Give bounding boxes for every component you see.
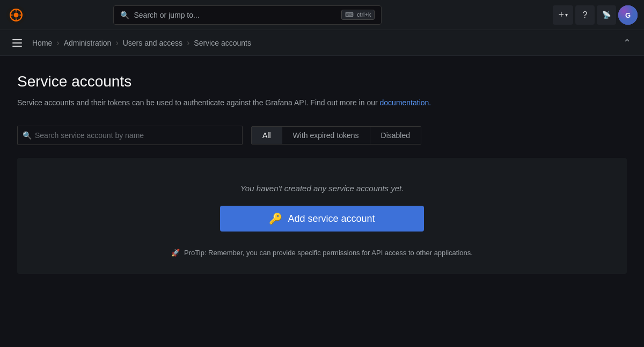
help-button[interactable]: ?: [575, 5, 595, 25]
question-icon: ?: [583, 10, 588, 20]
documentation-link[interactable]: documentation.: [380, 98, 431, 107]
grafana-logo[interactable]: [6, 5, 26, 25]
search-bar[interactable]: 🔍 Search or jump to... ⌨ ctrl+k: [113, 5, 382, 25]
svg-point-2: [14, 12, 19, 17]
plus-icon: +: [558, 9, 564, 20]
user-avatar[interactable]: G: [618, 5, 638, 25]
rocket-icon: 🚀: [171, 249, 180, 257]
breadcrumb-home[interactable]: Home: [32, 39, 52, 47]
news-feed-button[interactable]: 📡: [597, 5, 616, 25]
breadcrumb-bar: Home › Administration › Users and access…: [0, 30, 644, 56]
breadcrumb: Home › Administration › Users and access…: [32, 38, 618, 48]
empty-state-message: You haven't created any service accounts…: [240, 184, 404, 193]
protip-text: 🚀 ProTip: Remember, you can provide spec…: [171, 249, 473, 257]
key-icon: 🔑: [269, 212, 282, 225]
top-navigation: 🔍 Search or jump to... ⌨ ctrl+k + ▾ ? 📡: [0, 0, 644, 30]
breadcrumb-separator: ›: [56, 38, 59, 48]
filters-row: 🔍 All With expired tokens Disabled: [17, 126, 627, 145]
breadcrumb-users-and-access[interactable]: Users and access: [123, 39, 182, 47]
filter-tab-all[interactable]: All: [252, 127, 282, 144]
page-title: Service accounts: [17, 73, 627, 90]
search-placeholder-text: Search or jump to...: [134, 11, 336, 19]
filter-tabs: All With expired tokens Disabled: [251, 126, 421, 144]
keyboard-icon: ⌨: [345, 11, 354, 18]
page-description: Service accounts and their tokens can be…: [17, 97, 500, 109]
breadcrumb-administration[interactable]: Administration: [64, 39, 112, 47]
main-content: Service accounts Service accounts and th…: [0, 56, 644, 287]
search-icon: 🔍: [23, 131, 32, 140]
breadcrumb-current-page: Service accounts: [194, 39, 251, 47]
breadcrumb-separator: ›: [187, 38, 189, 48]
hamburger-icon: [12, 42, 22, 44]
search-input[interactable]: [17, 126, 243, 145]
breadcrumb-collapse-button[interactable]: ⌃: [618, 34, 635, 52]
hamburger-icon: [12, 46, 22, 47]
empty-state-panel: You haven't created any service accounts…: [17, 158, 627, 274]
topnav-right-actions: + ▾ ? 📡 G: [553, 5, 638, 25]
search-icon: 🔍: [120, 11, 129, 19]
chevron-down-icon: ▾: [565, 12, 568, 18]
search-shortcut-badge: ⌨ ctrl+k: [341, 10, 375, 20]
hamburger-icon: [12, 39, 22, 40]
chevron-up-icon: ⌃: [623, 37, 631, 49]
hamburger-menu-button[interactable]: [9, 34, 26, 52]
add-service-account-button[interactable]: 🔑 Add service account: [220, 206, 424, 232]
svg-text:G: G: [625, 11, 631, 19]
add-menu-button[interactable]: + ▾: [553, 5, 573, 25]
filter-tab-disabled[interactable]: Disabled: [370, 127, 421, 144]
breadcrumb-separator: ›: [115, 38, 118, 48]
rss-icon: 📡: [602, 11, 611, 19]
filter-tab-expired-tokens[interactable]: With expired tokens: [282, 127, 370, 144]
search-wrapper: 🔍: [17, 126, 243, 145]
